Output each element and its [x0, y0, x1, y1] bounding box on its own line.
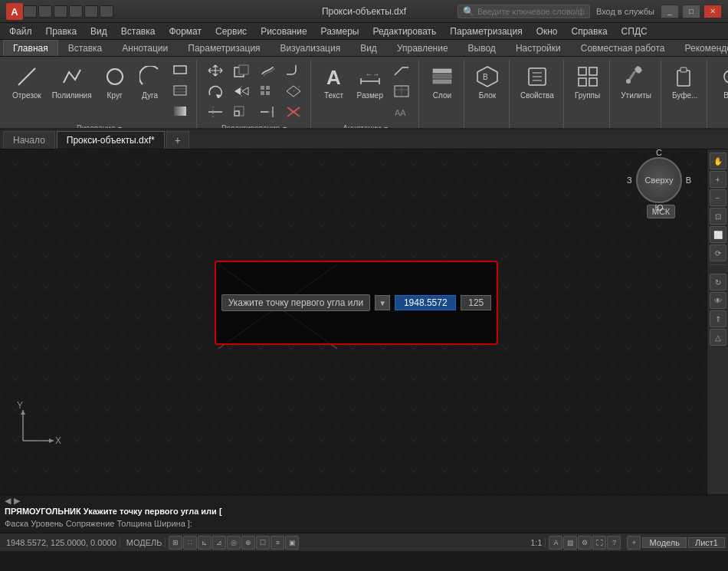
quick-undo-btn[interactable] [84, 5, 98, 18]
quick-redo-btn[interactable] [100, 5, 113, 18]
tab-settings[interactable]: Настройки [506, 40, 571, 56]
pan-btn[interactable]: ✋ [710, 153, 726, 169]
coord-toggle-btn[interactable]: ▼ [375, 295, 390, 310]
doc-tab-home[interactable]: Начало [3, 131, 55, 149]
fly-btn[interactable]: △ [710, 329, 726, 346]
annotation-dim-btn[interactable]: ←→ Размер [353, 61, 388, 107]
edit-mirror-btn[interactable] [229, 82, 254, 102]
viewport-scale-btn[interactable]: ▨ [563, 536, 577, 550]
help-quick-btn[interactable]: ? [607, 536, 621, 550]
ortho-toggle-btn[interactable]: ⊾ [198, 536, 212, 550]
zoom-in-btn[interactable]: + [710, 171, 726, 188]
lweight-toggle-btn[interactable]: ≡ [271, 536, 284, 550]
status-mode[interactable]: МОДЕЛЬ [123, 538, 166, 547]
zoom-window-btn[interactable]: ⬜ [710, 226, 726, 243]
new-layout-btn[interactable]: + [627, 536, 641, 550]
block-btn[interactable]: B Блок [471, 61, 504, 107]
edit-trim-btn[interactable] [203, 103, 228, 123]
coord-y-input[interactable] [461, 295, 491, 310]
coord-x-input[interactable] [395, 295, 456, 310]
close-button[interactable]: ✕ [703, 5, 722, 18]
canvas-area[interactable]: Y X Сверху С В Ю З МСК ✋ + − [0, 149, 728, 494]
draw-circle-btn[interactable]: Круг [98, 61, 132, 107]
tab-view[interactable]: Вид [350, 40, 387, 56]
menu-service[interactable]: Сервис [209, 25, 253, 38]
menu-insert[interactable]: Вставка [115, 25, 162, 38]
annotation-style-btn[interactable]: AА [389, 103, 414, 123]
zoom-out-btn[interactable]: − [710, 189, 726, 206]
edit-explode-btn[interactable] [281, 82, 306, 102]
tab-insert[interactable]: Вставка [58, 40, 113, 56]
user-login-link[interactable]: Вход в службы [596, 7, 654, 16]
annotation-group-chevron[interactable]: ▾ [384, 124, 388, 130]
tab-home[interactable]: Главная [3, 40, 58, 56]
edit-scale-btn[interactable] [229, 103, 254, 123]
edit-fillet-btn[interactable] [281, 61, 306, 81]
draw-rect-btn[interactable] [169, 61, 192, 81]
draw-line-btn[interactable]: Отрезок [8, 61, 46, 107]
edit-copy-btn[interactable] [229, 61, 254, 81]
menu-format[interactable]: Формат [162, 25, 208, 38]
menu-dimensions[interactable]: Размеры [315, 25, 366, 38]
walk-btn[interactable]: ⇑ [710, 310, 726, 327]
quick-print-btn[interactable] [69, 5, 83, 18]
tab-collaborate[interactable]: Совместная работа [571, 40, 675, 56]
menu-file[interactable]: Файл [3, 25, 38, 38]
layers-btn[interactable]: Слои [425, 61, 459, 107]
fullscreen-btn[interactable]: ⛶ [592, 536, 606, 550]
properties-btn[interactable]: Свойства [516, 61, 559, 107]
tab-annotations[interactable]: Аннотации [112, 40, 178, 56]
edit-rotate-btn[interactable] [203, 82, 228, 102]
menu-edit[interactable]: Правка [40, 25, 84, 38]
dynin-toggle-btn[interactable]: ☐ [256, 536, 270, 550]
edit-extend-btn[interactable] [255, 103, 280, 123]
tab-recommended-apps[interactable]: Рекомендованные приложения [675, 40, 728, 56]
tab-visualization[interactable]: Визуализация [271, 40, 351, 56]
annotation-table-btn[interactable] [389, 82, 414, 102]
zoom-extent-btn[interactable]: ⊡ [710, 208, 726, 225]
buffer-btn[interactable]: Буфе... [667, 61, 702, 107]
orbit-btn[interactable]: ↻ [710, 274, 726, 290]
draw-gradient-btn[interactable] [169, 103, 192, 123]
groups-btn[interactable]: Группы [570, 61, 605, 107]
cmd-arrow-left[interactable]: ◀ [5, 496, 11, 506]
edit-array-btn[interactable] [255, 82, 280, 102]
workspace-btn[interactable]: ⚙ [578, 536, 592, 550]
3d-nav-btn[interactable]: ⟳ [710, 244, 726, 261]
doc-tab-file[interactable]: Прокси-объекты.dxf* [57, 131, 165, 149]
menu-help[interactable]: Справка [566, 25, 614, 38]
osnap-toggle-btn[interactable]: ◎ [227, 536, 241, 550]
draw-polyline-btn[interactable]: Полилиния [48, 61, 97, 107]
maximize-button[interactable]: □ [682, 5, 700, 18]
snap-toggle-btn[interactable]: ∷ [183, 536, 197, 550]
menu-parametrize[interactable]: Параметризация [444, 25, 528, 38]
utilities-btn[interactable]: Утилиты [616, 61, 656, 107]
edit-group-chevron[interactable]: ▾ [283, 124, 287, 130]
otrack-toggle-btn[interactable]: ⊕ [241, 536, 255, 550]
draw-group-chevron[interactable]: ▾ [118, 124, 122, 130]
menu-view[interactable]: Вид [84, 25, 113, 38]
tmodel-toggle-btn[interactable]: ▣ [285, 536, 299, 550]
menu-window[interactable]: Окно [530, 25, 564, 38]
edit-offset-btn[interactable] [255, 61, 280, 81]
annotation-text-btn[interactable]: A Текст [317, 61, 351, 107]
edit-erase-btn[interactable] [281, 103, 306, 123]
cmd-arrow-right[interactable]: ▶ [14, 496, 20, 506]
layout-tab-model[interactable]: Модель [642, 537, 686, 548]
menu-spds[interactable]: СПДС [615, 25, 654, 38]
quick-new-btn[interactable] [23, 5, 37, 18]
tab-parametrize[interactable]: Параметризация [178, 40, 270, 56]
edit-move-btn[interactable] [203, 61, 228, 81]
grid-toggle-btn[interactable]: ⊞ [169, 536, 182, 550]
menu-draw[interactable]: Рисование [254, 25, 313, 38]
search-area[interactable]: 🔍 [457, 5, 590, 18]
polar-toggle-btn[interactable]: ⊿ [212, 536, 226, 550]
minimize-button[interactable]: _ [661, 5, 679, 18]
doc-tab-add-btn[interactable]: + [166, 131, 189, 149]
menu-modify[interactable]: Редактировать [366, 25, 442, 38]
tab-manage[interactable]: Управление [387, 40, 458, 56]
look-btn[interactable]: 👁 [710, 292, 726, 309]
search-input[interactable] [477, 7, 585, 16]
compass-view-btn[interactable]: Сверху С В Ю З [636, 157, 686, 203]
annotation-scale-btn[interactable]: A [549, 536, 562, 550]
